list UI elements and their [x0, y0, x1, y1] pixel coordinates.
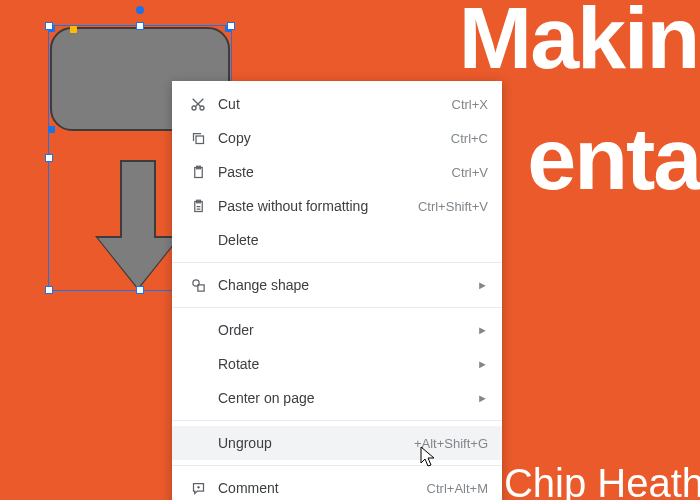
submenu-arrow-icon: ►	[467, 358, 488, 370]
resize-handle[interactable]	[227, 22, 235, 30]
menu-shortcut: +Alt+Shift+G	[404, 436, 488, 451]
menu-label: Rotate	[210, 356, 467, 372]
paste-icon	[186, 165, 210, 180]
menu-delete[interactable]: Delete	[172, 223, 502, 257]
menu-label: Ungroup	[210, 435, 404, 451]
menu-label: Paste without formatting	[210, 198, 408, 214]
menu-change-shape[interactable]: Change shape ►	[172, 268, 502, 302]
menu-label: Copy	[210, 130, 441, 146]
menu-shortcut: Ctrl+Shift+V	[408, 199, 488, 214]
context-menu: Cut Ctrl+X Copy Ctrl+C Paste Ctrl+V Past…	[172, 81, 502, 500]
menu-copy[interactable]: Copy Ctrl+C	[172, 121, 502, 155]
rotate-handle[interactable]	[136, 6, 144, 14]
menu-paste[interactable]: Paste Ctrl+V	[172, 155, 502, 189]
change-shape-icon	[186, 278, 210, 293]
comment-icon	[186, 481, 210, 496]
svg-point-1	[200, 106, 204, 110]
menu-label: Comment	[210, 480, 417, 496]
slide-author-fragment: Chip Heath	[504, 461, 700, 500]
menu-shortcut: Ctrl+Alt+M	[417, 481, 488, 496]
menu-paste-without-formatting[interactable]: Paste without formatting Ctrl+Shift+V	[172, 189, 502, 223]
menu-separator	[172, 262, 502, 263]
menu-separator	[172, 307, 502, 308]
svg-point-0	[192, 106, 196, 110]
menu-separator	[172, 420, 502, 421]
menu-label: Order	[210, 322, 467, 338]
cut-icon	[186, 96, 210, 112]
menu-label: Delete	[210, 232, 488, 248]
svg-rect-2	[196, 136, 204, 144]
submenu-arrow-icon: ►	[467, 324, 488, 336]
copy-icon	[186, 131, 210, 146]
menu-comment[interactable]: Comment Ctrl+Alt+M	[172, 471, 502, 500]
submenu-arrow-icon: ►	[467, 392, 488, 404]
menu-shortcut: Ctrl+C	[441, 131, 488, 146]
menu-ungroup[interactable]: Ungroup +Alt+Shift+G	[172, 426, 502, 460]
resize-handle[interactable]	[45, 286, 53, 294]
slide-subtitle-fragment: entati	[527, 108, 700, 210]
slide-title: Making	[459, 0, 700, 84]
menu-label: Cut	[210, 96, 442, 112]
menu-label: Paste	[210, 164, 442, 180]
menu-order[interactable]: Order ►	[172, 313, 502, 347]
resize-handle[interactable]	[136, 22, 144, 30]
resize-handle[interactable]	[136, 286, 144, 294]
submenu-arrow-icon: ►	[467, 279, 488, 291]
menu-shortcut: Ctrl+V	[442, 165, 488, 180]
paste-plain-icon	[186, 199, 210, 214]
menu-cut[interactable]: Cut Ctrl+X	[172, 87, 502, 121]
menu-shortcut: Ctrl+X	[442, 97, 488, 112]
menu-label: Center on page	[210, 390, 467, 406]
menu-rotate[interactable]: Rotate ►	[172, 347, 502, 381]
menu-label: Change shape	[210, 277, 467, 293]
resize-handle[interactable]	[45, 22, 53, 30]
svg-rect-8	[197, 284, 203, 290]
menu-separator	[172, 465, 502, 466]
resize-handle[interactable]	[45, 154, 53, 162]
menu-center-on-page[interactable]: Center on page ►	[172, 381, 502, 415]
